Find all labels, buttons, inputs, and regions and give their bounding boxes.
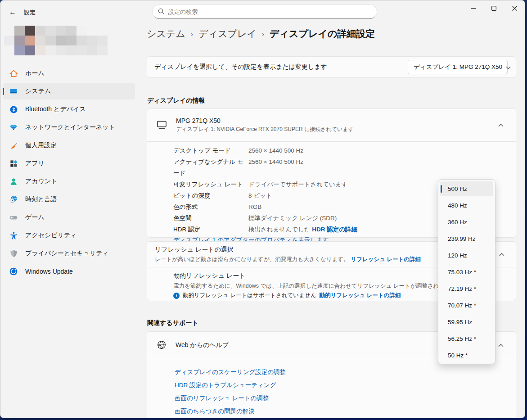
windows-update-icon — [9, 267, 18, 276]
sidebar-item-label: アクセシビリティ — [25, 231, 77, 239]
refresh-option-70-07hz[interactable]: 70.07 Hz * — [440, 298, 493, 313]
refresh-option-50hz[interactable]: 50 Hz * — [440, 348, 493, 363]
refresh-option-500hz[interactable]: 500 Hz — [440, 181, 493, 196]
back-button[interactable]: ← — [7, 6, 18, 18]
refresh-rate-flyout: 500 Hz 480 Hz 360 Hz 239.99 Hz 120 Hz 75… — [438, 179, 495, 364]
sidebar-item-gaming[interactable]: ゲーム — [3, 209, 135, 226]
sidebar-item-label: 時刻と言語 — [25, 195, 57, 203]
sidebar-item-label: アカウント — [25, 177, 58, 185]
refresh-option-75-03hz[interactable]: 75.03 Hz * — [440, 265, 493, 280]
section-related-support: 関連するサポート — [147, 319, 198, 327]
display-select-dropdown[interactable]: ディスプレイ 1: MPG 271Q X50 — [408, 60, 508, 74]
network-icon — [9, 123, 18, 132]
minimize-button[interactable] — [463, 0, 483, 16]
refresh-option-72-19hz[interactable]: 72.19 Hz * — [440, 281, 493, 296]
close-button[interactable] — [504, 0, 525, 16]
privacy-icon — [9, 249, 18, 258]
info-row-desktop-mode: デスクトップ モード2560 × 1440 500 Hz — [173, 145, 507, 156]
sidebar-item-label: アプリ — [25, 159, 45, 167]
chevron-down-icon — [506, 64, 511, 71]
sidebar-item-label: システム — [25, 87, 51, 95]
search-box[interactable] — [152, 5, 377, 19]
accessibility-icon — [9, 231, 18, 240]
system-icon — [9, 87, 18, 96]
sidebar-item-network[interactable]: ネットワークとインターネット — [3, 119, 135, 135]
sidebar-item-apps[interactable]: アプリ — [3, 155, 135, 172]
breadcrumb-system[interactable]: システム — [147, 27, 185, 40]
sidebar-item-label: Bluetooth とデバイス — [25, 105, 86, 113]
sidebar-item-accessibility[interactable]: アクセシビリティ — [3, 227, 135, 244]
sidebar-item-label: ネットワークとインターネット — [25, 123, 115, 131]
refresh-rate-learn-more-link[interactable]: リフレッシュ レートの詳細 — [351, 256, 421, 262]
hdr-certification-link[interactable]: HDR 認定の詳細 — [312, 226, 357, 233]
bluetooth-icon — [9, 105, 18, 114]
sidebar-item-windows-update[interactable]: Windows Update — [3, 263, 135, 280]
refresh-option-239-99hz[interactable]: 239.99 Hz — [440, 231, 493, 246]
sidebar-item-label: Windows Update — [25, 268, 73, 275]
sidebar: ホーム システム Bluetooth とデバイス ネットワークとインターネット … — [3, 65, 135, 281]
window-controls — [463, 0, 525, 16]
refresh-rate-description: レートが高いほど動きは滑らかになりますが、消費電力も大きくなります。 — [155, 256, 349, 262]
sidebar-item-home[interactable]: ホーム — [3, 65, 135, 81]
refresh-option-56-25hz[interactable]: 56.25 Hz * — [440, 331, 493, 346]
refresh-option-480hz[interactable]: 480 Hz — [440, 198, 493, 213]
collapse-web-help-button[interactable] — [494, 339, 508, 352]
sidebar-item-label: ゲーム — [25, 213, 45, 221]
web-help-links: ディスプレイのスケーリング設定の調整 HDR 設定のトラブルシューティング 画面… — [147, 359, 516, 418]
sidebar-item-label: プライバシーとセキュリティ — [25, 249, 109, 257]
breadcrumb-separator: › — [191, 30, 193, 38]
help-link-display-scaling[interactable]: ディスプレイのスケーリング設定の調整 — [175, 366, 507, 379]
user-avatar-blurred[interactable] — [4, 26, 108, 55]
monitor-icon — [157, 120, 167, 131]
collapse-display-info-button[interactable] — [494, 118, 508, 132]
info-row-signal-mode: アクティブなシグナル モード2560 × 1440 500 Hz — [173, 156, 507, 179]
gaming-icon — [9, 213, 18, 222]
app-title: 設定 — [24, 9, 36, 17]
settings-window: ← 設定 ホーム システム Bluetooth とデバイス ネットワークとインタ… — [0, 0, 525, 418]
display-select-value: ディスプレイ 1: MPG 271Q X50 — [414, 63, 502, 71]
help-link-screen-flicker[interactable]: 画面のちらつきの問題の解決 — [175, 405, 507, 418]
sidebar-item-label: ホーム — [25, 69, 45, 77]
refresh-option-360hz[interactable]: 360 Hz — [440, 215, 493, 230]
accounts-icon — [9, 177, 18, 186]
page-title: ディスプレイの詳細設定 — [270, 27, 375, 40]
personalization-icon — [9, 141, 18, 150]
display-connection: ディスプレイ 1: NVIDIA GeForce RTX 2070 SUPER … — [176, 126, 485, 133]
sidebar-item-time-language[interactable]: 時刻と言語 — [3, 191, 135, 208]
display-info-header[interactable]: MPG 271Q X50 ディスプレイ 1: NVIDIA GeForce RT… — [147, 109, 516, 141]
sidebar-item-personalization[interactable]: 個人用設定 — [3, 137, 135, 154]
info-icon: i — [173, 293, 180, 299]
display-name: MPG 271Q X50 — [176, 117, 485, 124]
dynamic-refresh-learn-more-link[interactable]: 動的リフレッシュ レートの詳細 — [320, 292, 401, 299]
sidebar-item-privacy[interactable]: プライバシーとセキュリティ — [3, 245, 135, 262]
help-link-hdr-troubleshooting[interactable]: HDR 設定のトラブルシューティング — [175, 379, 507, 392]
help-link-refresh-rate-adjust[interactable]: 画面のリフレッシュ レートの調整 — [175, 392, 507, 405]
search-input[interactable] — [168, 9, 371, 15]
sidebar-item-system[interactable]: システム — [3, 83, 135, 99]
search-icon — [158, 8, 164, 16]
maximize-button[interactable] — [483, 0, 504, 16]
breadcrumb-display[interactable]: ディスプレイ — [198, 27, 257, 40]
apps-icon — [9, 159, 18, 168]
dynamic-refresh-status: 動的リフレッシュ レートはサポートされていません — [183, 292, 316, 299]
display-select-label: ディスプレイを選択して、その設定を表示または変更します — [154, 63, 408, 71]
breadcrumb: システム › ディスプレイ › ディスプレイの詳細設定 — [147, 27, 375, 40]
breadcrumb-separator: › — [262, 30, 264, 38]
collapse-refresh-rate-button[interactable] — [495, 248, 509, 261]
refresh-option-120hz[interactable]: 120 Hz — [440, 248, 493, 263]
refresh-option-59-95hz[interactable]: 59.95 Hz — [440, 315, 493, 330]
display-select-card: ディスプレイを選択して、その設定を表示または変更します ディスプレイ 1: MP… — [147, 56, 516, 78]
globe-search-icon — [157, 340, 167, 351]
time-language-icon — [9, 195, 18, 204]
sidebar-item-accounts[interactable]: アカウント — [3, 173, 135, 190]
sidebar-item-bluetooth[interactable]: Bluetooth とデバイス — [3, 101, 135, 117]
section-display-info: ディスプレイの情報 — [147, 97, 205, 105]
home-icon — [9, 69, 18, 78]
sidebar-item-label: 個人用設定 — [25, 141, 57, 149]
